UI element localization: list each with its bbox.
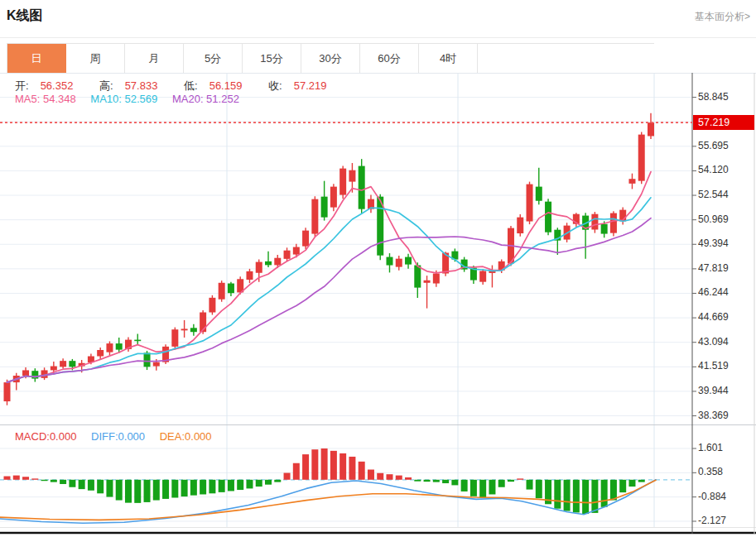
price-axis-label: 44.669 <box>698 311 751 323</box>
price-axis-label: 54.120 <box>698 164 751 175</box>
fundamental-analysis-link[interactable]: 基本面分析> <box>695 10 750 24</box>
price-axis-label: 39.944 <box>698 385 751 396</box>
price-axis-label: 52.544 <box>698 189 751 200</box>
macd-axis-label: 0.358 <box>698 466 751 477</box>
tab-strip-border-extension <box>477 43 654 44</box>
axis-ticks <box>692 98 696 521</box>
price-axis-label: 46.244 <box>698 286 751 298</box>
ohlc-legend: 开:56.352 高:57.833 低:56.159 收:57.219 <box>15 79 349 93</box>
close-value: 收:57.219 <box>268 79 338 92</box>
price-axis-label: 47.819 <box>698 262 751 274</box>
kline-page: K线图 基本面分析> 日周月5分15分30分60分4时 开:56.352 高:5… <box>0 0 756 537</box>
tab-period-7[interactable]: 4时 <box>419 44 478 73</box>
tab-period-4[interactable]: 15分 <box>243 44 301 73</box>
price-axis-label: 38.369 <box>698 410 751 421</box>
ma20-legend: MA20: 51.252 <box>172 93 239 105</box>
dea-value: DEA:0.000 <box>160 430 212 443</box>
macd-histogram <box>4 448 645 514</box>
candles-layer <box>4 113 655 405</box>
price-axis-label: 41.519 <box>698 360 751 372</box>
tab-period-2[interactable]: 月 <box>125 44 184 73</box>
tab-period-5[interactable]: 30分 <box>301 44 360 73</box>
current-price-badge: 57.219 <box>693 115 754 130</box>
price-axis-label: 55.695 <box>698 140 751 151</box>
diff-value: DIFF:0.000 <box>91 430 145 443</box>
macd-axis-label: -0.884 <box>698 491 751 502</box>
high-value: 高:57.833 <box>99 79 169 92</box>
ma-legend: MA5: 54.348 MA10: 52.569 MA20: 51.252 <box>15 93 251 105</box>
price-axis-label: 50.969 <box>698 213 751 225</box>
tab-period-1[interactable]: 周 <box>66 44 125 73</box>
period-tab-strip: 日周月5分15分30分60分4时 <box>7 43 478 73</box>
open-value: 开:56.352 <box>15 79 84 92</box>
ma5-legend: MA5: 54.348 <box>15 93 76 105</box>
ma10-legend: MA10: 52.569 <box>90 93 157 105</box>
low-value: 低:56.159 <box>184 79 253 92</box>
price-axis-label: 58.845 <box>698 91 751 103</box>
tab-period-0[interactable]: 日 <box>7 44 66 73</box>
macd-legend: MACD:0.000 DIFF:0.000 DEA:0.000 <box>15 430 224 443</box>
tab-period-6[interactable]: 60分 <box>360 44 419 73</box>
macd-axis-label: -2.127 <box>698 515 751 526</box>
price-axis-label: 49.394 <box>698 237 751 249</box>
tab-period-3[interactable]: 5分 <box>184 44 243 73</box>
macd-value: MACD:0.000 <box>15 430 76 443</box>
macd-axis-label: 1.601 <box>698 442 751 453</box>
price-axis-label: 43.094 <box>698 336 751 348</box>
title-divider <box>0 37 756 38</box>
page-title: K线图 <box>7 7 43 25</box>
